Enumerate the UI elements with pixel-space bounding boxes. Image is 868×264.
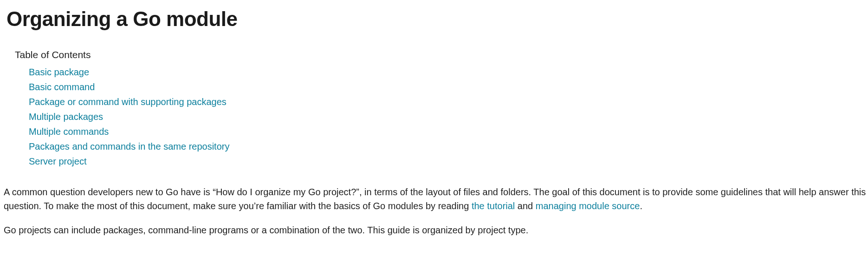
intro-text-c: .: [640, 201, 642, 211]
toc-link-packages-and-commands-same-repo[interactable]: Packages and commands in the same reposi…: [29, 141, 229, 152]
page-title: Organizing a Go module: [6, 4, 866, 34]
toc-list: Basic package Basic command Package or c…: [29, 65, 866, 168]
intro-paragraph-1: A common question developers new to Go h…: [4, 185, 866, 213]
table-of-contents: Table of Contents Basic package Basic co…: [15, 47, 866, 168]
toc-link-basic-package[interactable]: Basic package: [29, 67, 89, 77]
toc-link-multiple-packages[interactable]: Multiple packages: [29, 112, 103, 122]
intro-text-b: and: [515, 201, 535, 211]
intro-paragraph-2: Go projects can include packages, comman…: [4, 223, 866, 237]
toc-heading: Table of Contents: [15, 47, 866, 62]
tutorial-link[interactable]: the tutorial: [472, 201, 515, 211]
toc-link-server-project[interactable]: Server project: [29, 156, 87, 166]
document-page: Organizing a Go module Table of Contents…: [0, 0, 868, 258]
managing-module-source-link[interactable]: managing module source: [536, 201, 640, 211]
toc-link-package-or-command-supporting[interactable]: Package or command with supporting packa…: [29, 97, 227, 107]
toc-link-multiple-commands[interactable]: Multiple commands: [29, 126, 109, 137]
intro-text-a: A common question developers new to Go h…: [4, 187, 866, 211]
toc-link-basic-command[interactable]: Basic command: [29, 82, 95, 92]
